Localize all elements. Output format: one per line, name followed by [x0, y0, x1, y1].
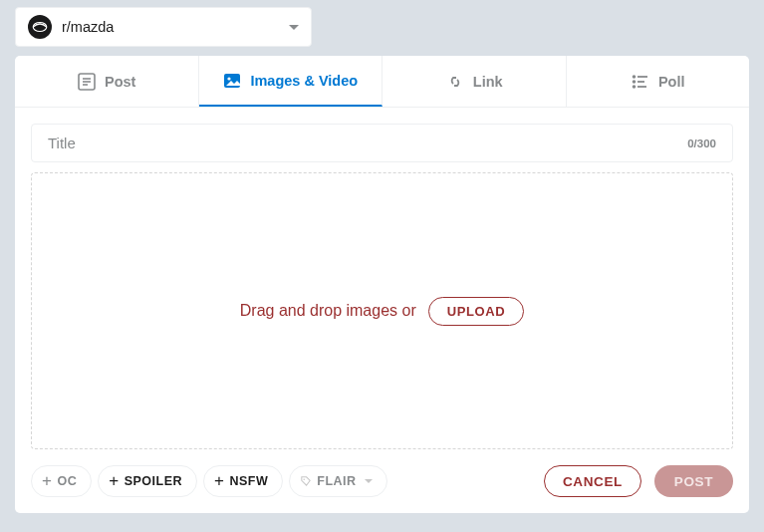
flair-label: FLAIR — [317, 474, 356, 488]
community-name: r/mazda — [62, 19, 289, 35]
chevron-down-icon — [365, 479, 373, 483]
image-icon — [222, 71, 242, 91]
post-icon — [77, 72, 97, 92]
compose-body: 0/300 Drag and drop images or UPLOAD + O… — [15, 108, 749, 513]
tab-images-label: Images & Video — [250, 73, 358, 89]
svg-point-13 — [304, 478, 306, 480]
flair-button[interactable]: FLAIR — [289, 465, 386, 497]
nsfw-label: NSFW — [229, 474, 268, 488]
cancel-button[interactable]: CANCEL — [544, 465, 641, 497]
compose-footer: + OC + SPOILER + NSFW FLAIR CANCEL POST — [31, 465, 733, 497]
tab-post-label: Post — [105, 74, 135, 90]
svg-point-11 — [634, 81, 636, 83]
tab-link[interactable]: Link — [382, 56, 567, 107]
svg-point-6 — [228, 77, 231, 80]
spoiler-tag-button[interactable]: + SPOILER — [98, 465, 197, 497]
poll-icon — [631, 72, 650, 92]
title-input[interactable] — [48, 134, 687, 151]
tab-post[interactable]: Post — [15, 56, 199, 107]
dropzone-text: Drag and drop images or — [240, 302, 416, 320]
post-form-card: Post Images & Video Link Poll 0/300 — [15, 56, 749, 513]
post-button[interactable]: POST — [654, 465, 733, 497]
spoiler-label: SPOILER — [125, 474, 182, 488]
nsfw-tag-button[interactable]: + NSFW — [203, 465, 283, 497]
plus-icon: + — [42, 472, 52, 489]
tag-icon — [300, 475, 312, 487]
plus-icon: + — [214, 472, 224, 489]
svg-point-10 — [634, 76, 636, 78]
community-icon — [28, 15, 52, 39]
oc-tag-button[interactable]: + OC — [31, 465, 92, 497]
chevron-down-icon — [289, 25, 299, 30]
oc-label: OC — [57, 474, 77, 488]
community-selector[interactable]: r/mazda — [15, 7, 312, 47]
upload-button[interactable]: UPLOAD — [428, 297, 525, 326]
plus-icon: + — [109, 472, 119, 489]
svg-point-12 — [634, 86, 636, 88]
title-char-count: 0/300 — [687, 137, 716, 149]
media-dropzone[interactable]: Drag and drop images or UPLOAD — [31, 172, 733, 449]
tab-link-label: Link — [473, 74, 503, 90]
tab-poll-label: Poll — [658, 74, 685, 90]
tab-images-video[interactable]: Images & Video — [199, 56, 383, 107]
post-type-tabs: Post Images & Video Link Poll — [15, 56, 749, 108]
tab-poll[interactable]: Poll — [567, 56, 750, 107]
link-icon — [445, 72, 465, 92]
title-field-wrapper: 0/300 — [31, 124, 733, 162]
